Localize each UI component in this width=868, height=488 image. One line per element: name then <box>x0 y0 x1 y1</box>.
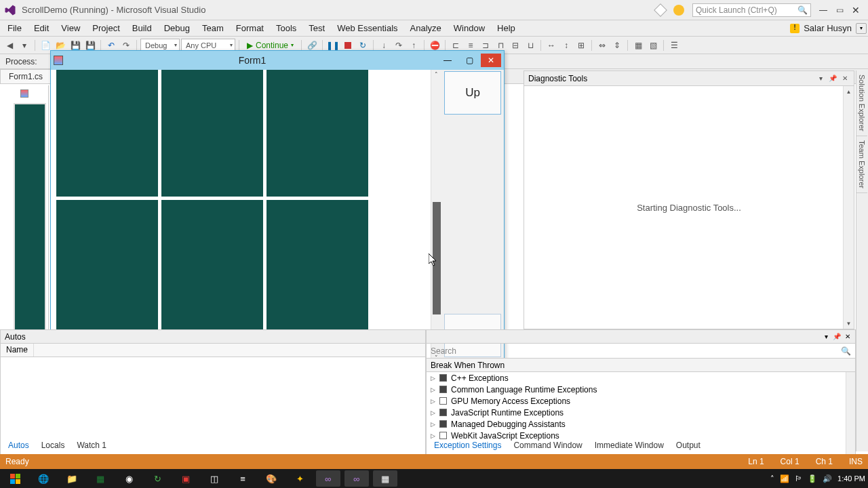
align-middle-button[interactable]: ⊟ <box>509 39 522 52</box>
checkbox[interactable] <box>439 420 447 428</box>
expand-icon[interactable]: ▷ <box>431 421 435 428</box>
panel-close-icon[interactable]: ✕ <box>840 74 850 83</box>
panel-dropdown-icon[interactable]: ▾ <box>821 332 831 342</box>
form1-minimize-button[interactable]: — <box>437 54 458 67</box>
align-bottom-button[interactable]: ⊔ <box>524 39 537 52</box>
minimize-button[interactable]: — <box>815 3 831 17</box>
form1-titlebar[interactable]: Form1 — ▢ ✕ <box>51 51 504 70</box>
notification-icon[interactable] <box>790 24 800 33</box>
menu-edit[interactable]: Edit <box>28 21 55 35</box>
menu-team[interactable]: Team <box>196 21 230 35</box>
tab-order-button[interactable]: ☰ <box>667 39 681 52</box>
scroll-down-icon[interactable]: ▼ <box>844 318 854 329</box>
taskbar-form1-icon[interactable]: ▦ <box>373 470 397 487</box>
vspace-button[interactable]: ⇕ <box>610 39 624 52</box>
send-back-button[interactable]: ▧ <box>646 39 660 52</box>
taskbar-excel-icon[interactable]: ▦ <box>88 470 113 487</box>
form1-close-button[interactable]: ✕ <box>481 54 501 67</box>
tray-network-icon[interactable]: 📶 <box>780 474 789 483</box>
close-button[interactable]: ✕ <box>848 3 864 17</box>
scrollbar-thumb[interactable] <box>433 202 441 314</box>
menu-help[interactable]: Help <box>491 21 521 35</box>
taskbar-app5-icon[interactable]: ✦ <box>288 470 312 487</box>
tray-action-icon[interactable]: 🏳 <box>795 474 802 483</box>
taskbar-ie-icon[interactable]: 🌐 <box>31 470 56 487</box>
taskbar-app3-icon[interactable]: ≡ <box>231 470 255 487</box>
up-button[interactable]: Up <box>444 71 501 115</box>
tab-immediate-window[interactable]: Immediate Window <box>589 439 669 451</box>
diag-scrollbar[interactable]: ▲ ▼ <box>843 86 854 329</box>
tray-battery-icon[interactable]: 🔋 <box>808 474 817 483</box>
panel-pin-icon[interactable]: 📌 <box>828 74 837 83</box>
expand-icon[interactable]: ▷ <box>431 386 435 393</box>
exception-label[interactable]: GPU Memory Access Exceptions <box>451 396 570 406</box>
tab-locals[interactable]: Locals <box>36 439 71 451</box>
feedback-icon[interactable] <box>673 5 684 16</box>
menu-format[interactable]: Format <box>230 21 270 35</box>
same-height-button[interactable]: ↕ <box>559 39 573 52</box>
panel-close-icon[interactable]: ✕ <box>843 332 852 342</box>
team-explorer-tab[interactable]: Team Explorer <box>856 136 867 193</box>
back-button[interactable]: ◀ <box>3 39 16 52</box>
solution-explorer-tab[interactable]: Solution Explorer <box>856 70 867 136</box>
taskbar-app2-icon[interactable]: ◫ <box>202 470 226 487</box>
taskbar-chrome-icon[interactable]: ◉ <box>117 470 141 487</box>
menu-tools[interactable]: Tools <box>270 21 302 35</box>
tab-form1cs[interactable]: Form1.cs <box>0 69 52 83</box>
notification-flag-icon[interactable] <box>654 3 667 17</box>
scroll-up-arrow-icon[interactable]: ˄ <box>431 70 441 79</box>
bring-front-button[interactable]: ▦ <box>631 39 645 52</box>
taskbar-vs2-icon[interactable]: ∞ <box>344 470 369 487</box>
form1-scrollbar[interactable]: ˄ ˅ <box>431 70 441 363</box>
menu-debug[interactable]: Debug <box>158 21 196 35</box>
checkbox[interactable] <box>439 409 447 416</box>
restore-button[interactable]: ▭ <box>831 3 848 17</box>
same-size-button[interactable]: ⊞ <box>574 39 588 52</box>
hspace-button[interactable]: ⇔ <box>595 39 609 52</box>
autos-col-name[interactable]: Name <box>1 344 34 357</box>
taskbar-app-icon[interactable]: ▣ <box>174 470 198 487</box>
menu-analyze[interactable]: Analyze <box>404 21 448 35</box>
quick-launch-input[interactable]: Quick Launch (Ctrl+Q) 🔍 <box>692 3 811 17</box>
tab-command-window[interactable]: Command Window <box>508 439 587 451</box>
menu-file[interactable]: File <box>1 21 28 35</box>
tray-clock[interactable]: 1:40 PM <box>837 474 865 483</box>
checkbox[interactable] <box>439 374 447 382</box>
expand-icon[interactable]: ▷ <box>431 398 435 405</box>
taskbar-vs-icon[interactable]: ∞ <box>316 470 340 487</box>
panel-pin-icon[interactable]: 📌 <box>832 332 842 342</box>
tab-exception-settings[interactable]: Exception Settings <box>429 439 507 451</box>
tab-output[interactable]: Output <box>671 439 706 451</box>
checkbox[interactable] <box>439 432 447 439</box>
expand-icon[interactable]: ▷ <box>431 409 435 416</box>
scroll-up-icon[interactable]: ▲ <box>844 86 854 97</box>
checkbox[interactable] <box>439 386 447 393</box>
menu-project[interactable]: Project <box>86 21 125 35</box>
taskbar-refresh-icon[interactable]: ↻ <box>145 470 170 487</box>
tab-watch1[interactable]: Watch 1 <box>71 439 112 451</box>
menu-build[interactable]: Build <box>126 21 158 35</box>
forward-button[interactable]: ▾ <box>18 39 31 52</box>
taskbar-app4-icon[interactable]: 🎨 <box>259 470 283 487</box>
menu-view[interactable]: View <box>55 21 86 35</box>
start-button[interactable] <box>3 470 27 487</box>
expand-icon[interactable]: ▷ <box>431 375 435 382</box>
exception-label[interactable]: C++ Exceptions <box>451 373 509 383</box>
panel-dropdown-icon[interactable]: ▾ <box>816 74 825 83</box>
exception-scrollbar[interactable] <box>846 372 855 455</box>
user-dropdown-icon[interactable]: ▾ <box>856 23 867 34</box>
menu-webessentials[interactable]: Web Essentials <box>331 21 403 35</box>
checkbox[interactable] <box>439 397 447 405</box>
taskbar-explorer-icon[interactable]: 📁 <box>60 470 84 487</box>
signed-in-user[interactable]: Salar Husyn <box>804 23 852 33</box>
system-tray[interactable]: ˄ 📶 🏳 🔋 🔊 1:40 PM <box>770 474 865 483</box>
tray-chevron-icon[interactable]: ˄ <box>770 474 774 483</box>
exception-label[interactable]: Managed Debugging Assistants <box>451 420 566 429</box>
exception-label[interactable]: Common Language Runtime Exceptions <box>451 385 597 394</box>
form1-maximize-button[interactable]: ▢ <box>459 54 479 67</box>
tab-autos[interactable]: Autos <box>3 439 35 451</box>
continue-button[interactable]: ▶Continue▾ <box>243 41 298 50</box>
menu-window[interactable]: Window <box>448 21 491 35</box>
expand-icon[interactable]: ▷ <box>431 432 435 439</box>
menu-test[interactable]: Test <box>302 21 331 35</box>
